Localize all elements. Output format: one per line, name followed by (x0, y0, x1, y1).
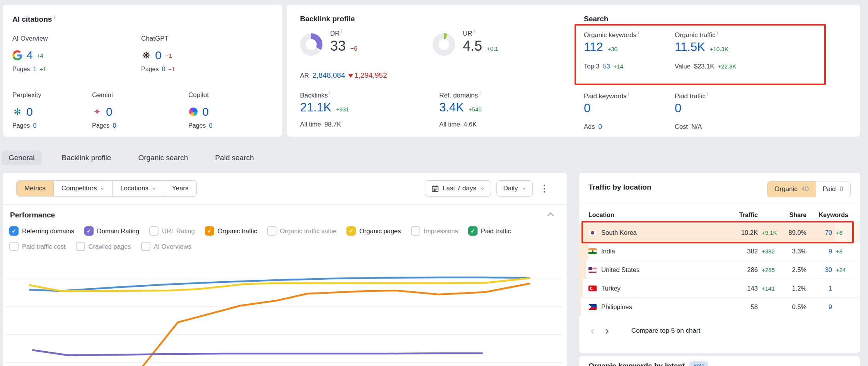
info-icon[interactable] (341, 29, 343, 34)
pages-value[interactable]: 0 (113, 122, 116, 129)
tab-organic-search[interactable]: Organic search (131, 151, 195, 165)
pages-value[interactable]: 1 (33, 66, 36, 73)
info-icon[interactable] (628, 91, 629, 97)
location-name: Turkey (601, 285, 621, 292)
tab-general[interactable]: General (2, 151, 42, 165)
table-row-philippines[interactable]: Philippines 58 0.5% 9 (579, 298, 860, 316)
table-row-turkey[interactable]: Turkey 143 +141 1.2% 1 (579, 279, 860, 298)
dr-delta: −6 (350, 45, 357, 52)
organic-keywords-value[interactable]: 112 (584, 40, 603, 54)
backlinks-value[interactable]: 21.1K (300, 101, 331, 115)
ref-domains-alltime: All time 4.6K (439, 121, 477, 128)
checkbox-paid-traffic[interactable]: ✓Paid traffic (468, 226, 511, 236)
table-footer: ‹ › Compare top 5 on chart (579, 320, 860, 342)
info-icon[interactable] (638, 30, 639, 36)
backlinks-label: Backlinks (300, 91, 330, 99)
collapse-chevron-icon[interactable] (547, 212, 554, 216)
locations-button[interactable]: Locations⌄ (113, 181, 164, 196)
perplexity-value[interactable]: 0 (26, 105, 33, 118)
checkbox-impressions[interactable]: Impressions (411, 226, 458, 236)
tab-backlink-profile[interactable]: Backlink profile (55, 151, 118, 165)
keywords-value[interactable]: 9 (807, 248, 832, 255)
cost-line: Cost N/A (675, 123, 702, 130)
date-range-button[interactable]: Last 7 days ⌄ (425, 180, 491, 197)
ref-domains-delta: +540 (469, 106, 482, 113)
ads-value[interactable]: 0 (598, 123, 602, 130)
ads-line: Ads 0 (584, 123, 602, 130)
info-icon[interactable] (474, 29, 475, 34)
ar-label: AR (300, 72, 309, 79)
competitors-button[interactable]: Competitors⌄ (54, 181, 113, 196)
traffic-value: 382 (727, 248, 758, 255)
checkbox-box: ✓ (9, 226, 19, 236)
traffic-delta: +141 (758, 285, 779, 292)
keywords-value[interactable]: 9 (807, 303, 832, 311)
organic-traffic-value[interactable]: 11.5K (675, 40, 705, 54)
toggle-paid[interactable]: Paid 0 (816, 181, 851, 197)
table-row-india[interactable]: India 382 +382 3.3% 9 +8 (579, 242, 860, 260)
checkbox-url-rating[interactable]: URL Rating (149, 226, 195, 236)
toggle-organic[interactable]: Organic 40 (767, 181, 815, 197)
info-icon[interactable] (53, 15, 55, 20)
divider (3, 204, 567, 205)
granularity-button[interactable]: Daily ⌄ (496, 180, 533, 197)
india-flag-icon (588, 248, 597, 254)
tab-paid-search[interactable]: Paid search (208, 151, 261, 165)
ar-value[interactable]: 2,848,084 (312, 71, 345, 80)
checkbox-ai-overviews[interactable]: AI Overviews (141, 242, 191, 251)
report-tabs: General Backlink profile Organic search … (2, 150, 261, 166)
copilot-value[interactable]: 0 (202, 105, 209, 118)
location-table-body: South Korea 10.2K +9.1K 89.0% 70 +6 Indi… (579, 223, 860, 316)
chatgpt-icon: ❋ (141, 50, 151, 60)
pages-delta: +1 (39, 66, 46, 73)
checkbox-paid-traffic-cost[interactable]: Paid traffic cost (9, 242, 66, 251)
col-location: Location (588, 212, 727, 219)
gemini-value[interactable]: 0 (106, 105, 113, 118)
beta-badge: Beta (689, 361, 708, 366)
pages-value[interactable]: 0 (162, 66, 165, 73)
info-icon[interactable] (717, 30, 718, 36)
years-button[interactable]: Years (164, 181, 196, 196)
paid-keywords-value[interactable]: 0 (584, 101, 590, 115)
ai-overview-value[interactable]: 4 (26, 49, 33, 62)
prev-page-icon[interactable]: ‹ (585, 325, 600, 336)
ar-delta: 1,294,952 (348, 71, 387, 80)
location-name: India (601, 248, 615, 255)
checkbox-crawled-pages[interactable]: Crawled pages (76, 242, 131, 251)
checkbox-domain-rating[interactable]: ✓Domain Rating (84, 226, 139, 236)
backlinks-delta: +931 (336, 106, 349, 113)
table-row-south-korea[interactable]: South Korea 10.2K +9.1K 89.0% 70 +6 (579, 223, 860, 242)
checkbox-organic-traffic[interactable]: ✓Organic traffic (205, 226, 257, 236)
more-options-icon[interactable]: ⋮ (538, 183, 551, 194)
organic-keywords-label: Organic keywords (584, 30, 639, 39)
backlinks-alltime: All time 98.7K (300, 121, 341, 128)
share-value: 0.5% (779, 303, 807, 311)
organic-paid-toggle: Organic 40 Paid 0 (767, 181, 851, 197)
checkbox-referring-domains[interactable]: ✓Referring domains (9, 226, 74, 236)
next-page-icon[interactable]: › (600, 325, 614, 336)
united-states-flag-icon (588, 267, 597, 273)
ref-domains-value[interactable]: 3.4K (439, 101, 464, 115)
table-row-united-states[interactable]: United States 286 +285 2.5% 30 +24 (579, 260, 860, 279)
checkbox-box (76, 242, 85, 251)
keywords-value[interactable]: 70 (807, 229, 832, 236)
copilot-icon (188, 107, 198, 117)
keywords-value[interactable]: 30 (807, 266, 832, 274)
metrics-button[interactable]: Metrics (17, 181, 54, 196)
top3-value[interactable]: 53 (603, 63, 610, 70)
info-icon[interactable] (479, 91, 481, 96)
organic-traffic-delta: +10.3K (710, 46, 728, 52)
chatgpt-value[interactable]: 0 (155, 49, 162, 62)
info-icon[interactable] (329, 91, 331, 96)
info-icon[interactable] (707, 91, 708, 97)
ai-overview-label: AI Overview (12, 35, 101, 43)
compare-top5-link[interactable]: Compare top 5 on chart (631, 327, 701, 335)
keywords-value[interactable]: 1 (807, 285, 832, 292)
checkbox-organic-pages[interactable]: ✓Organic pages (346, 226, 401, 236)
paid-traffic-value[interactable]: 0 (675, 101, 681, 115)
checkbox-box (9, 242, 19, 251)
checkbox-organic-traffic-value[interactable]: Organic traffic value (267, 226, 336, 236)
ref-domains-label: Ref. domains (439, 91, 481, 99)
pages-value[interactable]: 0 (209, 122, 212, 129)
pages-value[interactable]: 0 (33, 122, 36, 129)
